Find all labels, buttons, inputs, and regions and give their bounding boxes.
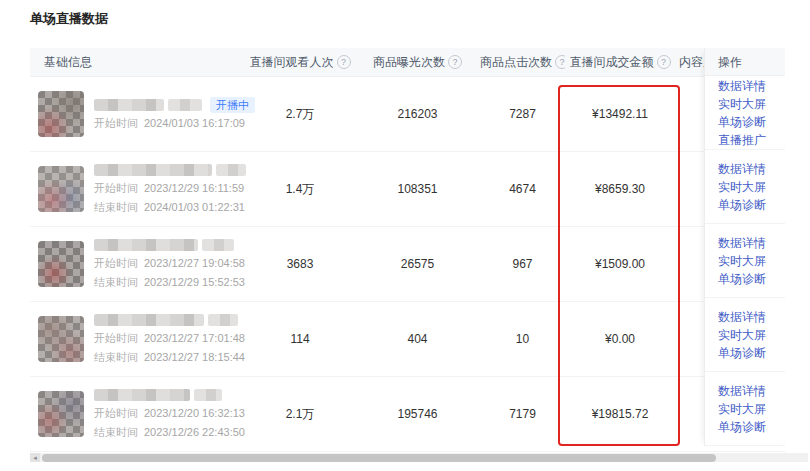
- exposure-cell: 195746: [355, 407, 480, 421]
- info-icon[interactable]: ?: [448, 55, 462, 69]
- stream-thumbnail: [38, 316, 84, 362]
- clicks-cell: 7179: [480, 407, 565, 421]
- start-time: 开始时间2023/12/27 19:04:58: [94, 256, 245, 271]
- exposure-cell: 216203: [355, 107, 480, 121]
- views-cell: 2.7万: [245, 106, 355, 123]
- actions-cell: 数据详情实时大屏单场诊断直播推广: [705, 76, 785, 150]
- header-base-info: 基础信息: [30, 54, 245, 71]
- op-link[interactable]: 实时大屏: [718, 95, 785, 113]
- op-link[interactable]: 数据详情: [718, 382, 785, 400]
- end-time: 结束时间2024/01/03 01:22:31: [94, 200, 246, 215]
- end-time: 结束时间2023/12/26 22:43:50: [94, 425, 245, 440]
- header-gmv: 直播间成交金额?: [565, 54, 675, 71]
- actions-column: 操作 数据详情实时大屏单场诊断直播推广数据详情实时大屏单场诊断数据详情实时大屏单…: [704, 48, 785, 446]
- gmv-cell: ¥8659.30: [565, 182, 675, 196]
- gmv-cell: ¥13492.11: [565, 107, 675, 121]
- table-row: 开始时间2023/12/27 17:01:48结束时间2023/12/27 18…: [30, 302, 785, 377]
- header-exposure: 商品曝光次数?: [355, 54, 480, 71]
- op-link[interactable]: 实时大屏: [718, 400, 785, 418]
- base-info-cell: 开播中开始时间2024/01/03 16:17:09: [30, 91, 245, 137]
- stream-title-blurred: [94, 388, 245, 402]
- base-info-cell: 开始时间2023/12/20 16:32:13结束时间2023/12/26 22…: [30, 388, 245, 440]
- info-icon[interactable]: ?: [657, 55, 671, 69]
- actions-cell: 数据详情实时大屏单场诊断: [705, 372, 785, 446]
- op-link[interactable]: 数据详情: [718, 160, 785, 178]
- base-info-cell: 开始时间2023/12/29 16:11:59结束时间2024/01/03 01…: [30, 163, 245, 215]
- stream-title-blurred: [94, 238, 245, 252]
- stream-title-blurred: [94, 313, 245, 327]
- op-link[interactable]: 数据详情: [718, 308, 785, 326]
- header-clicks: 商品点击次数?: [480, 54, 565, 71]
- start-time: 开始时间2023/12/20 16:32:13: [94, 406, 245, 421]
- clicks-cell: 7287: [480, 107, 565, 121]
- clicks-cell: 967: [480, 257, 565, 271]
- op-link[interactable]: 直播推广: [718, 131, 785, 149]
- scrollbar-thumb[interactable]: [42, 454, 716, 462]
- clicks-cell: 10: [480, 332, 565, 346]
- base-info-cell: 开始时间2023/12/27 19:04:58结束时间2023/12/29 15…: [30, 238, 245, 290]
- header-actions: 操作: [705, 48, 785, 76]
- info-icon[interactable]: ?: [555, 55, 565, 69]
- horizontal-scrollbar[interactable]: ◂: [30, 453, 808, 462]
- stream-thumbnail: [38, 241, 84, 287]
- table-row: 开播中开始时间2024/01/03 16:17:092.7万2162037287…: [30, 77, 785, 152]
- actions-cell: 数据详情实时大屏单场诊断: [705, 298, 785, 372]
- stream-title-blurred: [94, 163, 246, 177]
- stream-thumbnail: [38, 166, 84, 212]
- start-time: 开始时间2023/12/27 17:01:48: [94, 331, 245, 346]
- actions-cell: 数据详情实时大屏单场诊断: [705, 224, 785, 298]
- op-link[interactable]: 单场诊断: [718, 418, 785, 436]
- clicks-cell: 4674: [480, 182, 565, 196]
- table-row: 开始时间2023/12/29 16:11:59结束时间2024/01/03 01…: [30, 152, 785, 227]
- views-cell: 1.4万: [245, 181, 355, 198]
- page-title: 单场直播数据: [30, 10, 108, 28]
- page: 单场直播数据 基础信息 直播间观看人次? 商品曝光次数? 商品点击次数? 直播间…: [0, 0, 810, 471]
- op-link[interactable]: 实时大屏: [718, 178, 785, 196]
- stream-thumbnail: [38, 391, 84, 437]
- stream-title-blurred: 开播中: [94, 98, 255, 112]
- op-link[interactable]: 单场诊断: [718, 113, 785, 131]
- op-link[interactable]: 单场诊断: [718, 344, 785, 362]
- op-link[interactable]: 数据详情: [718, 77, 785, 95]
- op-link[interactable]: 单场诊断: [718, 196, 785, 214]
- views-cell: 2.1万: [245, 406, 355, 423]
- table-row: 开始时间2023/12/27 19:04:58结束时间2023/12/29 15…: [30, 227, 785, 302]
- scroll-left-icon[interactable]: ◂: [30, 453, 40, 462]
- exposure-cell: 108351: [355, 182, 480, 196]
- views-cell: 3683: [245, 257, 355, 271]
- end-time: 结束时间2023/12/27 18:15:44: [94, 350, 245, 365]
- op-link[interactable]: 单场诊断: [718, 270, 785, 288]
- start-time: 开始时间2024/01/03 16:17:09: [94, 116, 255, 131]
- start-time: 开始时间2023/12/29 16:11:59: [94, 181, 246, 196]
- op-body: 数据详情实时大屏单场诊断直播推广数据详情实时大屏单场诊断数据详情实时大屏单场诊断…: [705, 76, 785, 446]
- actions-cell: 数据详情实时大屏单场诊断: [705, 150, 785, 224]
- views-cell: 114: [245, 332, 355, 346]
- table-body: 开播中开始时间2024/01/03 16:17:092.7万2162037287…: [30, 77, 785, 452]
- exposure-cell: 404: [355, 332, 480, 346]
- base-info-cell: 开始时间2023/12/27 17:01:48结束时间2023/12/27 18…: [30, 313, 245, 365]
- info-icon[interactable]: ?: [337, 55, 351, 69]
- live-sessions-table: 基础信息 直播间观看人次? 商品曝光次数? 商品点击次数? 直播间成交金额? 内…: [30, 48, 785, 452]
- table-header-row: 基础信息 直播间观看人次? 商品曝光次数? 商品点击次数? 直播间成交金额? 内…: [30, 48, 785, 77]
- op-link[interactable]: 实时大屏: [718, 326, 785, 344]
- header-views: 直播间观看人次?: [245, 54, 355, 71]
- stream-thumbnail: [38, 91, 84, 137]
- table-row: 开始时间2023/12/20 16:32:13结束时间2023/12/26 22…: [30, 377, 785, 452]
- gmv-cell: ¥19815.72: [565, 407, 675, 421]
- end-time: 结束时间2023/12/29 15:52:53: [94, 275, 245, 290]
- exposure-cell: 26575: [355, 257, 480, 271]
- gmv-cell: ¥0.00: [565, 332, 675, 346]
- gmv-cell: ¥1509.00: [565, 257, 675, 271]
- op-link[interactable]: 数据详情: [718, 234, 785, 252]
- op-link[interactable]: 实时大屏: [718, 252, 785, 270]
